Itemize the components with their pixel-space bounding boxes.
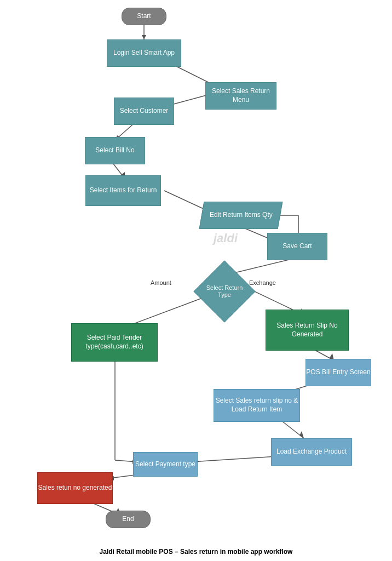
start-node: Start	[122, 8, 166, 25]
select-items-node: Select Items for Return	[85, 175, 161, 206]
exchange-label: Exchange	[249, 279, 276, 286]
save-cart-node: Save Cart	[267, 233, 327, 260]
select-sales-return2-node: Select Sales return slip no & Load Retur…	[214, 389, 300, 422]
sales-return-no-node: Sales retun no generated	[37, 472, 113, 504]
amount-label: Amount	[151, 279, 171, 286]
sales-return-slip-node: Sales Return Slip No Generated	[266, 310, 349, 351]
select-bill-node: Select Bill No	[85, 137, 145, 164]
select-payment-node: Select Payment type	[133, 452, 198, 477]
load-exchange-node: Load Exchange Product	[271, 438, 352, 466]
watermark: jaldi	[214, 231, 238, 245]
pos-bill-entry-node: POS Bill Entry Screen	[305, 359, 371, 386]
select-return-type-node: Select Return Type	[193, 260, 255, 322]
svg-line-10	[164, 191, 208, 211]
select-tender-node: Select Paid Tender type(cash,card..etc)	[71, 323, 158, 362]
end-node: End	[106, 511, 151, 528]
edit-qty-node: Edit Return Items Qty	[199, 202, 283, 229]
svg-marker-29	[299, 431, 304, 438]
login-node: Login Sell Smart App	[107, 39, 181, 67]
select-sales-return-node: Select Sales Return Menu	[205, 82, 276, 110]
select-customer-node: Select Customer	[114, 98, 174, 125]
footer: Jaldi Retail mobile POS – Sales return i…	[0, 548, 392, 561]
svg-marker-1	[142, 35, 146, 39]
